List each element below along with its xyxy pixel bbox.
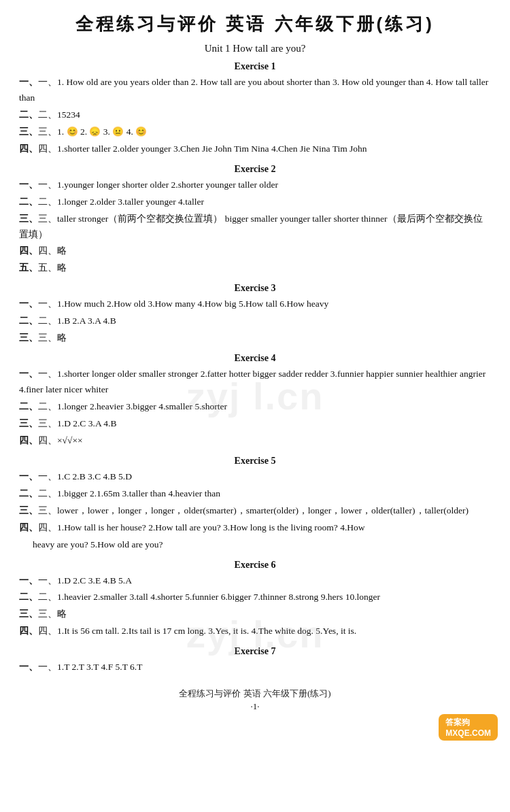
exercise2-title: Exercise 2 — [19, 164, 491, 175]
footer-num: ·1· — [19, 701, 491, 712]
exercise4-si: 四、四、×√√×× — [19, 433, 491, 449]
exercise4-san: 三、三、1.D 2.C 3.A 4.B — [19, 416, 491, 432]
exercise5-er: 二、二、1.bigger 2.1.65m 3.taller than 4.hea… — [19, 486, 491, 502]
exercise2-er: 二、二、1.longer 2.older 3.taller younger 4.… — [19, 194, 491, 210]
unit-title: Unit 1 How tall are you? — [19, 43, 491, 54]
exercise4-yi: 一、一、1.shorter longer older smaller stron… — [19, 367, 491, 398]
exercise1-si: 四、四、1.shorter taller 2.older younger 3.C… — [19, 141, 491, 157]
exercise3-yi: 一、一、1.How much 2.How old 3.How many 4.Ho… — [19, 297, 491, 312]
exercise4-er: 二、二、1.longer 2.heavier 3.bigger 4.smalle… — [19, 399, 491, 415]
exercise3-er: 二、二、1.B 2.A 3.A 4.B — [19, 314, 491, 329]
exercise3-san: 三、三、略 — [19, 331, 491, 346]
exercise7-title: Exercise 7 — [19, 646, 491, 657]
main-title: 全程练习与评价 英语 六年级下册(练习) — [19, 12, 491, 36]
exercise2-si: 四、四、略 — [19, 243, 491, 259]
exercise6-yi: 一、一、1.D 2.C 3.E 4.B 5.A — [19, 573, 491, 589]
exercise4-title: Exercise 4 — [19, 353, 491, 364]
exercise6-er: 二、二、1.heavier 2.smaller 3.tall 4.shorter… — [19, 590, 491, 605]
exercise2-wu: 五、五、略 — [19, 260, 491, 276]
footer-text: 全程练习与评价 英语 六年级下册(练习) — [19, 688, 491, 700]
exercise3-title: Exercise 3 — [19, 283, 491, 294]
exercise7-yi: 一、一、1.T 2.T 3.T 4.F 5.T 6.T — [19, 660, 491, 675]
exercise5-si-1: 四、四、1.How tall is her house? 2.How tall … — [19, 520, 491, 536]
exercise1-san: 三、三、1. 😊 2. 😞 3. 😐 4. 😊 — [19, 124, 491, 140]
exercise6-title: Exercise 6 — [19, 560, 491, 571]
exercise1-yi: 一、一、1. How old are you years older than … — [19, 75, 491, 106]
exercise1-er: 二、二、15234 — [19, 107, 491, 123]
exercise2-yi: 一、一、1.younger longer shorter older 2.sho… — [19, 177, 491, 193]
exercise5-san: 三、三、lower，lower，longer，longer，older(smar… — [19, 503, 491, 519]
exercise1-title: Exercise 1 — [19, 61, 491, 72]
exercise6-san: 三、三、略 — [19, 607, 491, 622]
exercise6-si: 四、四、1.It is 56 cm tall. 2.Its tail is 17… — [19, 624, 491, 639]
exercise5-yi: 一、一、1.C 2.B 3.C 4.B 5.D — [19, 469, 491, 485]
exercise5-si-2: heavy are you? 5.How old are you? — [19, 537, 491, 553]
exercise2-san: 三、三、taller stronger（前两个空都交换位置填） bigger s… — [19, 212, 491, 243]
exercise5-title: Exercise 5 — [19, 456, 491, 467]
bottom-logo: 答案狗MXQE.COM — [439, 714, 498, 741]
